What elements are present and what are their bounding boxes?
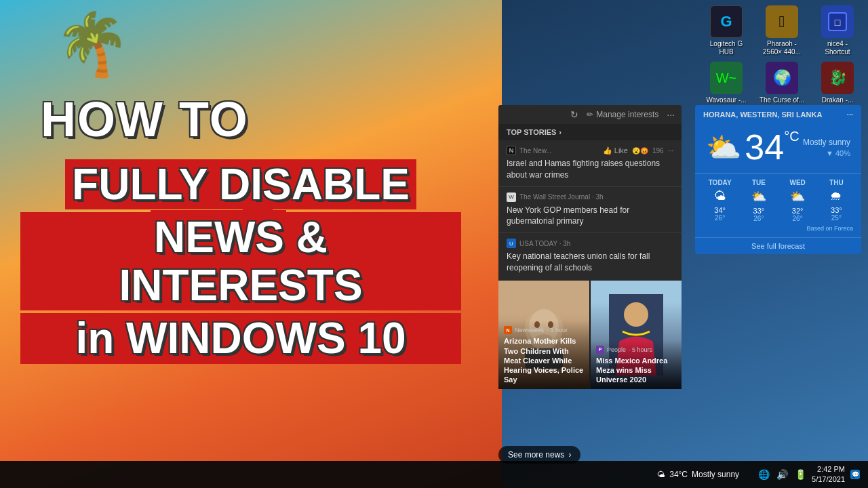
top-stories-bar[interactable]: TOP STORIES › bbox=[498, 124, 682, 140]
logitech-label: Logitech G HUB bbox=[703, 40, 750, 56]
forecast-thu: THU 🌧 33° 25° bbox=[817, 179, 856, 222]
forecast-thu-high: 33° bbox=[831, 206, 842, 214]
drakan-icon: 🐉 bbox=[821, 62, 854, 94]
weather-forecast-grid: TODAY 🌤 34° 26° TUE ⛅ 33° 26° WED ⛅ 32° … bbox=[695, 173, 861, 225]
like-icon: 👍 bbox=[603, 146, 612, 155]
top-stories-chevron: › bbox=[559, 128, 561, 136]
weather-icon-main: ⛅ bbox=[706, 131, 741, 164]
news-title-1: Israel and Hamas fighting raises questio… bbox=[507, 158, 673, 181]
more-icon-1[interactable]: ··· bbox=[668, 147, 673, 155]
news-card-1-title: Arizona Mother Kills Two Children With M… bbox=[504, 336, 584, 384]
weather-rain-display: ▼ 40% bbox=[803, 149, 850, 157]
weather-location: HORANA, WESTERN, SRI LANKA bbox=[703, 110, 822, 119]
see-full-forecast-button[interactable]: See full forecast bbox=[695, 237, 861, 254]
forecast-wed-high: 32° bbox=[792, 207, 804, 215]
disable-text-block: FULLY DISABLE NEWS & INTERESTS in WINDOW… bbox=[20, 159, 461, 364]
taskbar-weather-icon: 🌤 bbox=[657, 470, 665, 479]
taskbar-network-icon[interactable]: 🌐 bbox=[758, 469, 770, 480]
desktop-icon-wavosaur[interactable]: W~ Wavosaur -... bbox=[703, 62, 750, 104]
forecast-wed: WED ⛅ 32° 26° bbox=[778, 179, 817, 222]
news-source-3-label: USA TODAY · 3h bbox=[519, 240, 570, 247]
line1-text: FULLY DISABLE bbox=[65, 159, 416, 209]
desktop-icon-nice4[interactable]: □ nice4 -Shortcut bbox=[814, 5, 861, 56]
line2-text: NEWS & INTERESTS bbox=[20, 212, 461, 310]
forecast-thu-label: THU bbox=[829, 179, 844, 186]
news-actions-1: 👍 Like 😮😡 196 ··· bbox=[603, 146, 673, 155]
emoji-reactions: 😮😡 bbox=[632, 147, 648, 155]
nice4-icon: □ bbox=[821, 5, 854, 38]
taskbar-battery-icon[interactable]: 🔋 bbox=[795, 469, 806, 480]
news-card-1-source: N Newsweek · 1 hour bbox=[504, 326, 584, 334]
edit-icon: ✏ bbox=[587, 110, 593, 119]
more-options-button[interactable]: ··· bbox=[667, 109, 675, 120]
forecast-tue-low: 26° bbox=[753, 215, 764, 222]
weather-more-button[interactable]: ··· bbox=[847, 110, 853, 119]
wavosaur-label: Wavosaur -... bbox=[706, 96, 746, 104]
people-icon: P bbox=[596, 346, 604, 354]
news-card-2-overlay: P People · 5 hours Miss Mexico Andrea Me… bbox=[591, 340, 682, 389]
news-title-3: Key national teachers union calls for fa… bbox=[507, 251, 673, 274]
weather-temp-value: 34°C bbox=[745, 127, 799, 167]
newsweek-time: · 1 hour bbox=[547, 327, 568, 333]
taskbar: 🌤 34°C Mostly sunny 🌐 🔊 🔋 2:42 PM 5/17/2… bbox=[0, 461, 868, 488]
news-source-2-icon: W bbox=[507, 192, 516, 202]
like-label: Like bbox=[614, 146, 628, 155]
taskbar-notification-button[interactable]: 💬 bbox=[850, 470, 860, 479]
logitech-icon: G bbox=[710, 5, 743, 38]
weather-condition-text: Mostly sunny bbox=[803, 138, 850, 147]
panel-header: ↻ ✏ Manage interests ··· bbox=[498, 105, 682, 124]
top-stories-label: TOP STORIES bbox=[507, 128, 556, 136]
forecast-tue-icon: ⛅ bbox=[751, 189, 766, 204]
refresh-button[interactable]: ↻ bbox=[570, 109, 578, 120]
newsweek-label: Newsweek bbox=[515, 327, 545, 333]
taskbar-date-value: 5/17/2021 bbox=[812, 474, 845, 485]
taskbar-weather-widget[interactable]: 🌤 34°C Mostly sunny bbox=[657, 470, 739, 479]
newsweek-icon: N bbox=[504, 326, 512, 334]
manage-interests-label: Manage interests bbox=[596, 110, 658, 119]
taskbar-time-display: 2:42 PM 5/17/2021 bbox=[812, 464, 845, 485]
forecast-thu-icon: 🌧 bbox=[830, 189, 842, 203]
news-source-2: W The Wall Street Journal · 3h bbox=[507, 192, 673, 202]
news-card-2-source: P People · 5 hours bbox=[596, 346, 676, 354]
taskbar-system-icons: 🌐 🔊 🔋 bbox=[758, 469, 806, 480]
thecurse-icon: 🌍 bbox=[766, 62, 798, 94]
news-card-2[interactable]: P People · 5 hours Miss Mexico Andrea Me… bbox=[591, 281, 682, 389]
news-item-1[interactable]: N The New... 👍 Like 😮😡 196 ··· Israel an… bbox=[498, 140, 682, 187]
news-card-1-overlay: N Newsweek · 1 hour Arizona Mother Kills… bbox=[498, 321, 589, 388]
weather-main-display: ⛅ 34°C Mostly sunny ▼ 40% bbox=[695, 124, 861, 173]
weather-temp-display: 34°C bbox=[745, 129, 799, 165]
based-on-text: Based on Foreca bbox=[695, 225, 861, 235]
news-item-3[interactable]: U USA TODAY · 3h Key national teachers u… bbox=[498, 233, 682, 279]
news-item-1-header: N The New... 👍 Like 😮😡 196 ··· bbox=[507, 146, 673, 155]
like-button-1[interactable]: 👍 Like bbox=[603, 146, 628, 155]
news-item-2[interactable]: W The Wall Street Journal · 3h New York … bbox=[498, 187, 682, 234]
forecast-wed-low: 26° bbox=[793, 215, 803, 222]
forecast-today-low: 26° bbox=[715, 214, 725, 222]
see-more-news-button[interactable]: See more news › bbox=[498, 446, 580, 464]
news-interests-panel: ↻ ✏ Manage interests ··· TOP STORIES › N… bbox=[498, 105, 682, 389]
desktop-icons-container: G Logitech G HUB 𓂀 Pharaoh -2560× 440...… bbox=[703, 5, 861, 104]
forecast-today-icon: 🌤 bbox=[714, 189, 726, 203]
taskbar-volume-icon[interactable]: 🔊 bbox=[776, 469, 788, 480]
thumbnail-background: HOW TO FULLY DISABLE NEWS & INTERESTS in… bbox=[0, 0, 502, 488]
forecast-today: TODAY 🌤 34° 26° bbox=[701, 179, 739, 222]
svg-point-9 bbox=[624, 302, 648, 327]
desktop-icon-logitech[interactable]: G Logitech G HUB bbox=[703, 5, 750, 56]
forecast-tue-high: 33° bbox=[753, 207, 765, 215]
line3-text: in WINDOWS 10 bbox=[20, 313, 461, 363]
forecast-tue: TUE ⛅ 33° 26° bbox=[739, 179, 778, 222]
like-count-1: 196 bbox=[652, 147, 664, 155]
weather-panel: HORANA, WESTERN, SRI LANKA ··· ⛅ 34°C Mo… bbox=[695, 105, 861, 254]
desktop-icon-thecurse[interactable]: 🌍 The Curse of... bbox=[758, 62, 806, 104]
desktop-icon-pharaoh[interactable]: 𓂀 Pharaoh -2560× 440... bbox=[758, 5, 806, 56]
manage-interests-button[interactable]: ✏ Manage interests bbox=[587, 110, 658, 119]
forecast-thu-low: 25° bbox=[831, 214, 842, 222]
news-title-2: New York GOP members head for gubernator… bbox=[507, 205, 673, 228]
desktop-icon-drakan[interactable]: 🐉 Drakan -... bbox=[814, 62, 861, 104]
how-to-text: HOW TO bbox=[41, 95, 249, 144]
people-time: · 5 hours bbox=[629, 346, 652, 353]
news-card-2-title: Miss Mexico Andrea Meza wins Miss Univer… bbox=[596, 356, 676, 385]
forecast-tue-label: TUE bbox=[752, 179, 766, 186]
news-card-1[interactable]: N Newsweek · 1 hour Arizona Mother Kills… bbox=[498, 281, 589, 389]
drakan-label: Drakan -... bbox=[822, 96, 854, 104]
